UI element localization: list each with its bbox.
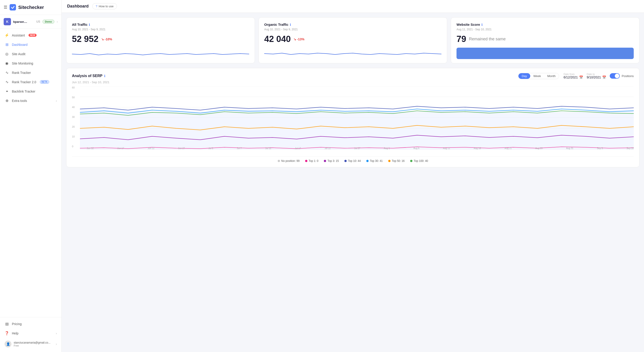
- sidebar: ☰ Sitechecker K kparser.... US Demo › ⚡ …: [0, 0, 62, 352]
- all-traffic-info-icon[interactable]: ℹ: [89, 23, 90, 26]
- organic-traffic-value: 42 040: [264, 34, 291, 44]
- date-from-value-row: 6/12/2021 📅: [564, 75, 583, 79]
- sidebar-item-label: Rank Tracker 2.0: [12, 80, 36, 84]
- organic-traffic-trend: ↘ -13%: [294, 37, 304, 41]
- organic-traffic-info-icon[interactable]: ℹ: [290, 23, 291, 26]
- sidebar-item-label: Backlink Tracker: [12, 90, 36, 93]
- legend-item-top100: Top 100: 40: [410, 159, 428, 163]
- question-icon: ?: [96, 4, 97, 8]
- sidebar-item-extra-tools[interactable]: ⊕ Extra tools ›: [0, 96, 62, 105]
- y-label-40: 40: [72, 106, 75, 109]
- x-label: Aug 16: [474, 147, 481, 150]
- chart-area: Jun 12 Jun 17 Jun 22 Jun 27 Jul 2 Jul 7 …: [80, 86, 634, 150]
- user-avatar: 👤: [4, 341, 12, 348]
- legend-dot: [324, 160, 326, 162]
- x-label: Aug 31: [566, 147, 574, 150]
- sidebar-item-site-audit[interactable]: ◎ Site Audit: [0, 49, 62, 59]
- site-name: kparser....: [13, 20, 34, 23]
- legend-item-no-position: No position: 99: [278, 159, 300, 163]
- user-email: stanciucanamaria@gmail.co...: [14, 341, 54, 344]
- positions-toggle: Positions: [610, 73, 634, 79]
- site-selector[interactable]: K kparser.... US Demo ›: [0, 15, 62, 29]
- trend-arrow-icon: ↘: [101, 37, 104, 41]
- x-label: Jun 22: [148, 147, 154, 150]
- sidebar-item-label: Dashboard: [12, 43, 28, 46]
- page-title: Dashboard: [67, 4, 88, 9]
- legend-row: No position: 99 Top 1: 0 Top 3: 15 Top 1…: [72, 156, 634, 163]
- card-title-row: Website Score ℹ: [456, 22, 634, 26]
- analysis-info-icon[interactable]: ℹ: [104, 74, 105, 78]
- backlink-tracker-icon: ⚭: [4, 89, 9, 93]
- sidebar-item-assistant[interactable]: ⚡ Assistant NEW: [0, 30, 62, 40]
- rank-tracker-2-icon: ∿: [4, 80, 9, 84]
- period-week-button[interactable]: Week: [530, 73, 544, 79]
- chevron-right-icon: ›: [57, 20, 58, 23]
- beta-badge: BETA: [40, 80, 49, 84]
- positions-toggle-switch[interactable]: [610, 73, 620, 79]
- legend-item-top10: Top 10: 44: [344, 159, 361, 163]
- x-label: Sep 5: [597, 147, 603, 150]
- x-axis-labels: Jun 12 Jun 17 Jun 22 Jun 27 Jul 2 Jul 7 …: [87, 147, 634, 150]
- trend-arrow-icon: ↘: [294, 37, 296, 41]
- date-from-value[interactable]: 6/12/2021: [564, 75, 578, 79]
- y-label-0: 0: [72, 145, 75, 148]
- trend-percent: -13%: [297, 37, 304, 41]
- organic-traffic-title: Organic Traffic: [264, 22, 288, 26]
- legend-item-top50: Top 50: 16: [388, 159, 405, 163]
- x-label: Aug 1: [384, 147, 390, 150]
- sidebar-item-backlink-tracker[interactable]: ⚭ Backlink Tracker: [0, 87, 62, 96]
- sidebar-item-dashboard[interactable]: ⊞ Dashboard: [0, 40, 62, 49]
- sidebar-item-help[interactable]: ❓ Help ›: [0, 329, 62, 338]
- extra-tools-chevron: ›: [56, 99, 57, 103]
- sidebar-item-rank-tracker[interactable]: ∿ Rank Tracker: [0, 68, 62, 77]
- assistant-icon: ⚡: [4, 33, 9, 37]
- x-label: Jul 27: [354, 147, 360, 150]
- logo-text: Sitechecker: [18, 5, 44, 10]
- y-label-60: 60: [72, 86, 75, 89]
- legend-dot: [410, 160, 412, 162]
- logo-icon: [10, 4, 16, 10]
- legend-label: Top 50: 16: [392, 159, 405, 163]
- legend-item-top30: Top 30: 41: [366, 159, 383, 163]
- country-label: US: [36, 20, 40, 23]
- website-score-title: Website Score: [456, 22, 480, 26]
- sidebar-header: ☰ Sitechecker: [0, 0, 62, 15]
- nav-items: ⚡ Assistant NEW ⊞ Dashboard ◎ Site Audit…: [0, 29, 62, 317]
- site-avatar: K: [4, 18, 11, 25]
- dashboard-icon: ⊞: [4, 42, 9, 47]
- all-traffic-card: All Traffic ℹ Aug 10, 2021 - Sep 9, 2021…: [66, 17, 255, 63]
- calendar-to-icon[interactable]: 📅: [602, 75, 606, 79]
- website-score-info-icon[interactable]: ℹ: [482, 23, 482, 26]
- legend-label: Top 30: 41: [370, 159, 383, 163]
- legend-dot: [366, 160, 368, 162]
- site-monitoring-icon: ◉: [4, 61, 9, 65]
- calendar-from-icon[interactable]: 📅: [579, 75, 583, 79]
- card-title-row: All Traffic ℹ: [72, 22, 249, 26]
- help-chevron: ›: [56, 332, 57, 335]
- period-month-button[interactable]: Month: [544, 73, 559, 79]
- user-chevron: ›: [56, 342, 57, 346]
- sidebar-item-rank-tracker-2[interactable]: ∿ Rank Tracker 2.0 BETA: [0, 77, 62, 87]
- all-traffic-title: All Traffic: [72, 22, 88, 26]
- cards-row: All Traffic ℹ Aug 10, 2021 - Sep 9, 2021…: [66, 17, 640, 63]
- sidebar-item-site-monitoring[interactable]: ◉ Site Monitoring: [0, 59, 62, 68]
- how-to-use-button[interactable]: ? How to use: [92, 3, 117, 9]
- serp-chart: 60 50 40 30 20 10 0: [72, 86, 634, 155]
- y-label-50: 50: [72, 96, 75, 99]
- rank-tracker-icon: ∿: [4, 70, 9, 75]
- chart-svg: [80, 86, 634, 150]
- sidebar-item-pricing[interactable]: ▤ Pricing: [0, 319, 62, 329]
- toggle-knob: [615, 74, 619, 78]
- site-audit-icon: ◎: [4, 52, 9, 56]
- date-to-value[interactable]: 9/10/2021: [587, 75, 601, 79]
- legend-item-top1: Top 1: 0: [305, 159, 318, 163]
- all-traffic-trend: ↘ -10%: [101, 37, 112, 41]
- sidebar-item-label: Site Audit: [12, 52, 25, 56]
- x-label: Aug 21: [504, 147, 512, 150]
- user-info[interactable]: 👤 stanciucanamaria@gmail.co... Free ›: [0, 338, 62, 350]
- analysis-header: Analysis of SERP ℹ Day Week Month Date f…: [72, 73, 634, 79]
- period-day-button[interactable]: Day: [518, 73, 530, 79]
- hamburger-icon[interactable]: ☰: [4, 5, 7, 10]
- demo-badge: Demo: [42, 20, 54, 24]
- organic-traffic-date: Aug 10, 2021 - Sep 9, 2021: [264, 28, 442, 31]
